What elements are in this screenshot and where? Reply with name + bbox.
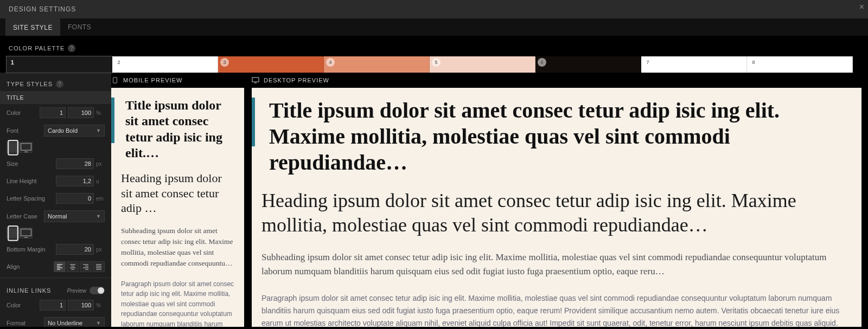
preview-toggle[interactable] (90, 287, 105, 294)
preview-paragraph: Paragraph ipsum dolor sit amet consec te… (121, 279, 234, 327)
svg-rect-0 (8, 140, 18, 154)
color-swatch-8[interactable]: 8 (747, 56, 853, 73)
title-accent-bar (111, 98, 114, 143)
tab-label: FONTS (68, 23, 91, 31)
swatch-number: 8 (749, 58, 758, 67)
label-color: Color (7, 109, 21, 116)
type-styles-label: TYPE STYLES (7, 81, 53, 87)
swatch-number: 7 (643, 58, 652, 67)
row-link-color: Color % (0, 296, 111, 314)
tab-fonts[interactable]: FONTS (60, 18, 99, 36)
unit-percent: % (96, 110, 105, 116)
device-mobile-button[interactable] (7, 142, 20, 153)
label-letter-case: Letter Case (7, 213, 37, 220)
row-line-height: Line Height u (0, 172, 111, 190)
color-palette: 12345678 (0, 56, 868, 73)
color-palette-header: COLOR PALETTE ? (0, 36, 868, 56)
preview-heading: Heading ipsum dolor sit amet consec tetu… (121, 171, 234, 216)
label-link-format: Format (7, 320, 25, 326)
letter-spacing-input[interactable] (56, 193, 94, 204)
link-color-input[interactable] (40, 300, 66, 311)
desktop-preview-header: DESKTOP PREVIEW (252, 73, 861, 88)
label-size: Size (7, 160, 18, 167)
label-align: Align (7, 263, 20, 270)
mobile-preview-page: Title ipsum dolor sit amet consec tetur … (111, 88, 244, 327)
link-format-select[interactable]: No Underline ▼ (44, 317, 105, 327)
font-select[interactable]: Cardo Bold ▼ (44, 125, 105, 137)
color-swatch-3[interactable]: 3 (218, 56, 324, 73)
panel-header: DESIGN SETTINGS × (0, 0, 868, 18)
type-style-group[interactable]: TITLE (0, 91, 111, 104)
close-icon[interactable]: × (859, 2, 865, 12)
label-link-color: Color (7, 302, 21, 308)
swatch-number: 4 (326, 58, 335, 67)
swatch-number: 1 (11, 60, 14, 66)
mobile-preview-label: MOBILE PREVIEW (123, 77, 182, 83)
label-bottom-margin: Bottom Margin (7, 246, 46, 253)
font-value: Cardo Bold (48, 127, 78, 134)
preview-title: Title ipsum dolor sit amet consec tetur … (261, 98, 852, 176)
title-accent-bar (252, 98, 255, 146)
color-opacity-input[interactable] (68, 107, 94, 118)
desktop-preview-column: DESKTOP PREVIEW Title ipsum dolor sit am… (252, 73, 861, 327)
help-icon[interactable]: ? (68, 44, 75, 52)
bottom-margin-input[interactable] (56, 244, 94, 255)
inline-links-label: INLINE LINKS (7, 287, 51, 294)
svg-rect-4 (21, 229, 31, 236)
color-swatch-input[interactable] (40, 107, 66, 118)
mobile-preview-header: MOBILE PREVIEW (111, 73, 244, 88)
swatch-number: 2 (114, 58, 123, 67)
type-styles-header: TYPE STYLES ? (0, 73, 111, 91)
color-swatch-2[interactable]: 2 (112, 56, 218, 73)
preview-area: MOBILE PREVIEW Title ipsum dolor sit ame… (111, 73, 868, 327)
chevron-down-icon: ▼ (96, 320, 101, 326)
size-input[interactable] (56, 158, 94, 169)
svg-rect-6 (113, 78, 117, 83)
preview-heading: Heading ipsum dolor sit amet consec tetu… (261, 189, 852, 237)
unit-percent: % (96, 302, 105, 308)
letter-case-value: Normal (48, 213, 67, 220)
align-right-button[interactable] (80, 261, 92, 272)
color-swatch-6[interactable]: 6 (535, 56, 641, 73)
device-desktop-button[interactable] (20, 142, 33, 153)
row-font: Font Cardo Bold ▼ (0, 121, 111, 140)
label-font: Font (7, 127, 18, 134)
link-opacity-input[interactable] (68, 300, 94, 311)
label-letter-spacing: Letter Spacing (7, 195, 45, 202)
panel-title: DESIGN SETTINGS (9, 5, 76, 13)
letter-case-select[interactable]: Normal ▼ (44, 210, 105, 222)
label-line-height: Line Height (7, 178, 37, 184)
color-swatch-5[interactable]: 5 (430, 56, 535, 73)
svg-rect-3 (8, 226, 18, 240)
mobile-icon (111, 77, 119, 83)
device-desktop-button[interactable] (20, 228, 33, 238)
row-bottom-margin: Bottom Margin px (0, 241, 111, 258)
tab-site-style[interactable]: SITE STYLE (5, 18, 60, 36)
svg-rect-7 (252, 78, 259, 82)
divider (0, 278, 111, 278)
preview-subheading: Subheading ipsum dolor sit amet consec t… (121, 225, 234, 269)
preview-paragraph: Paragraph ipsum dolor sit amet consec te… (261, 292, 852, 327)
preview-subheading: Subheading ipsum dolor sit amet consec t… (261, 250, 852, 279)
color-swatch-4[interactable]: 4 (324, 56, 430, 73)
chevron-down-icon: ▼ (96, 214, 101, 219)
preview-title: Title ipsum dolor sit amet consec tetur … (121, 98, 234, 161)
align-justify-button[interactable] (93, 261, 105, 272)
svg-rect-1 (21, 143, 31, 150)
desktop-preview-page: Title ipsum dolor sit amet consec tetur … (252, 88, 861, 327)
align-center-button[interactable] (67, 261, 79, 272)
swatch-number: 5 (432, 58, 441, 67)
unit-px: px (96, 247, 105, 253)
device-mobile-button[interactable] (7, 228, 20, 238)
row-color: Color % (0, 104, 111, 121)
row-size: Size px (0, 155, 111, 172)
line-height-input[interactable] (56, 176, 94, 186)
color-swatch-7[interactable]: 7 (641, 56, 747, 73)
desktop-preview-label: DESKTOP PREVIEW (264, 77, 329, 83)
align-left-button[interactable] (54, 261, 66, 272)
help-icon[interactable]: ? (56, 80, 63, 88)
chevron-down-icon: ▼ (96, 128, 101, 133)
desktop-icon (252, 77, 259, 83)
unit-px: px (96, 161, 105, 167)
color-swatch-1[interactable]: 1 (7, 56, 112, 73)
